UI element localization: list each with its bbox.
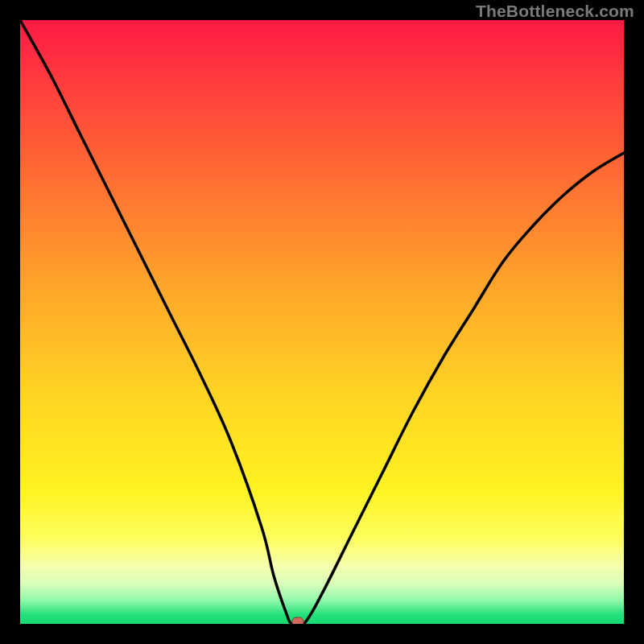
watermark-text: TheBottleneck.com <box>476 2 634 21</box>
gradient-bg <box>20 20 624 624</box>
chart-frame: TheBottleneck.com <box>0 0 644 644</box>
optimum-marker <box>292 617 303 624</box>
bottleneck-plot <box>20 20 624 624</box>
